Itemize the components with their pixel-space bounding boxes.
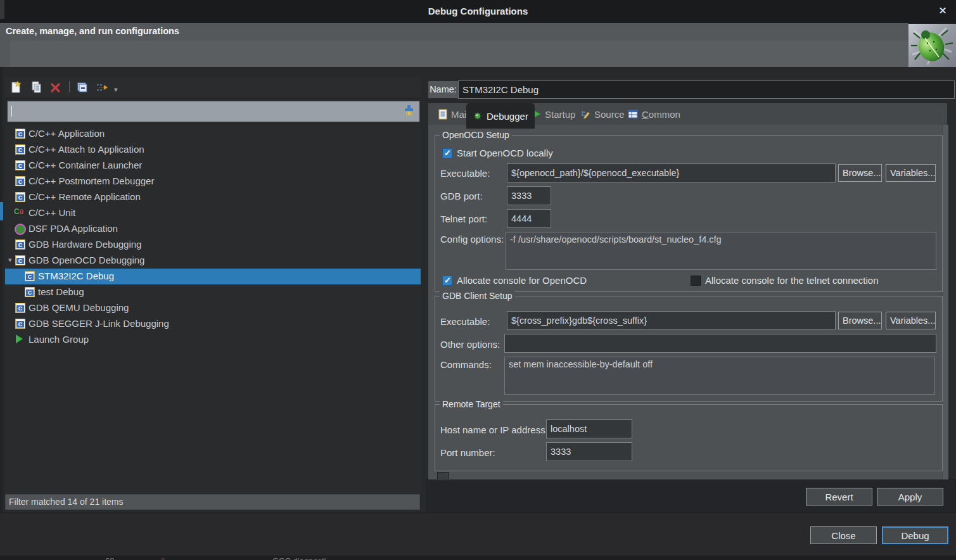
expander-icon[interactable]: ▾ (8, 256, 12, 264)
common-tab-icon (628, 110, 638, 118)
filter-status-bar: Filter matched 14 of 21 items (5, 494, 420, 510)
tree-item-label: GDB SEGGER J-Link Debugging (29, 318, 169, 329)
gdb-variables-button[interactable]: Variables... (886, 312, 936, 329)
background-editor-text: GCC diagnosti (272, 556, 326, 560)
debug-button[interactable]: Debug (882, 526, 948, 544)
tree-item-label: STM32I2C Debug (38, 270, 114, 281)
c-application-icon: C (25, 271, 35, 281)
telnet-port-input[interactable] (507, 209, 551, 228)
source-tab-icon (580, 109, 590, 119)
filter-input[interactable] (7, 101, 420, 122)
filter-status-text: Filter matched 14 of 21 items (9, 497, 124, 507)
telnet-port-label: Telnet port: (440, 213, 487, 224)
openocd-browse-button[interactable]: Browse... (838, 164, 882, 182)
filter-launch-configurations-icon[interactable] (95, 80, 109, 94)
tree-item-cpp-remote[interactable]: C C/C++ Remote Application (5, 189, 421, 205)
tree-item-gdb-qemu[interactable]: C GDB QEMU Debugging (5, 300, 421, 316)
start-openocd-checkbox[interactable] (442, 148, 452, 158)
openocd-variables-button[interactable]: Variables... (886, 164, 936, 182)
config-options-label: Config options: (440, 234, 504, 245)
delete-configuration-icon[interactable] (49, 80, 63, 94)
configurations-toolbar: ▾ (5, 77, 421, 98)
tree-item-cpp-container-launcher[interactable]: C C/C++ Container Launcher (5, 158, 421, 174)
c-application-icon: C (15, 319, 25, 329)
close-icon[interactable]: ✕ (936, 4, 950, 18)
launch-group-icon (16, 334, 23, 343)
allocate-console-openocd-checkbox[interactable] (442, 276, 452, 286)
c-application-icon: C (15, 192, 25, 202)
other-options-label: Other options: (440, 339, 500, 350)
tree-item-cpp-postmortem[interactable]: C C/C++ Postmortem Debugger (5, 174, 421, 189)
commands-label: Commands: (440, 359, 492, 370)
allocate-console-telnet-label: Allocate console for the telnet connecti… (705, 275, 879, 286)
vertical-scrollbar[interactable] (942, 125, 948, 480)
new-configuration-icon[interactable] (10, 80, 24, 94)
port-number-input[interactable] (546, 442, 632, 461)
tree-item-label: C/C++ Application (29, 128, 105, 139)
config-options-textarea[interactable]: -f /usr/share/openocd/scripts/board/st_n… (506, 232, 936, 270)
background-window-edge (0, 67, 3, 560)
header-banner-left (0, 41, 10, 67)
c-application-icon: C (15, 255, 25, 265)
gdb-port-input[interactable] (507, 186, 551, 205)
tree-item-label: DSF PDA Application (29, 223, 118, 234)
debug-bug-icon (908, 24, 956, 67)
header-banner (10, 41, 908, 67)
other-options-input[interactable] (504, 334, 936, 353)
dialog-title: Debug Configurations (0, 6, 956, 16)
tree-item-cpp-attach[interactable]: C C/C++ Attach to Application (5, 142, 421, 158)
tree-item-dsf-pda[interactable]: DSF PDA Application (5, 221, 421, 237)
tree-item-label: C/C++ Attach to Application (29, 144, 144, 155)
header-subtitle: Create, manage, and run configurations (6, 26, 179, 36)
tree-item-cpp-unit[interactable]: Cü C/C++ Unit (5, 205, 421, 221)
background-marker: # (160, 556, 165, 560)
gdb-port-label: GDB port: (440, 191, 483, 201)
openocd-executable-label: Executable: (440, 168, 490, 179)
c-application-icon: C (15, 239, 25, 250)
tree-item-label: C/C++ Unit (29, 207, 75, 218)
commands-textarea[interactable]: set mem inaccessible-by-default off (504, 357, 935, 395)
close-button[interactable]: Close (810, 526, 877, 544)
tree-item-cpp-application[interactable]: C C/C++ Application (5, 126, 421, 142)
c-unit-icon: Cü (14, 207, 25, 218)
tree-item-test-debug[interactable]: C test Debug (5, 284, 421, 300)
text-caret (11, 106, 12, 117)
c-application-icon: C (15, 160, 25, 170)
collapse-all-icon[interactable] (76, 80, 90, 94)
host-label: Host name or IP address: (440, 424, 548, 435)
name-label: Name: (428, 81, 458, 98)
background-line-number: 68 (105, 556, 114, 560)
toolbar-separator (69, 81, 70, 92)
apply-button[interactable]: Apply (877, 488, 943, 506)
tree-item-label: C/C++ Postmortem Debugger (29, 175, 154, 186)
openocd-executable-input[interactable] (507, 163, 836, 182)
tab-common[interactable]: Common (621, 103, 687, 125)
allocate-console-telnet-checkbox[interactable] (691, 276, 701, 286)
tree-item-launch-group[interactable]: Launch Group (5, 332, 421, 348)
tree-item-gdb-hardware[interactable]: C GDB Hardware Debugging (5, 237, 421, 253)
clear-filter-icon[interactable] (404, 105, 414, 118)
toolbar-dropdown-icon[interactable]: ▾ (114, 86, 118, 94)
revert-button[interactable]: Revert (806, 488, 872, 506)
name-input[interactable] (458, 80, 955, 99)
gdb-browse-button[interactable]: Browse... (838, 312, 882, 329)
tree-item-gdb-openocd[interactable]: ▾ C GDB OpenOCD Debugging (5, 253, 421, 269)
title-bar: Debug Configurations ✕ (0, 0, 956, 23)
gdb-executable-input[interactable] (507, 311, 836, 330)
tab-debugger[interactable]: Debugger (466, 103, 535, 129)
group-legend: GDB Client Setup (440, 291, 515, 301)
gdb-executable-label: Executable: (440, 316, 490, 327)
remote-target-group: Remote Target (435, 404, 943, 471)
group-legend: OpenOCD Setup (440, 130, 512, 140)
group-legend: Remote Target (440, 399, 503, 409)
host-input[interactable] (546, 419, 632, 438)
duplicate-configuration-icon[interactable] (30, 80, 44, 94)
dsf-pda-icon (15, 224, 26, 235)
tree-item-label: C/C++ Remote Application (29, 191, 141, 202)
configuration-tree: C C/C++ Application C C/C++ Attach to Ap… (5, 124, 421, 493)
tree-item-gdb-segger[interactable]: C GDB SEGGER J-Link Debugging (5, 316, 421, 332)
c-application-icon: C (15, 303, 25, 313)
clipped-checkbox (437, 472, 449, 479)
tree-item-stm32i2c-debug[interactable]: C STM32I2C Debug (5, 269, 421, 284)
tab-bar: Main Debugger Startup Source Common (428, 103, 947, 125)
